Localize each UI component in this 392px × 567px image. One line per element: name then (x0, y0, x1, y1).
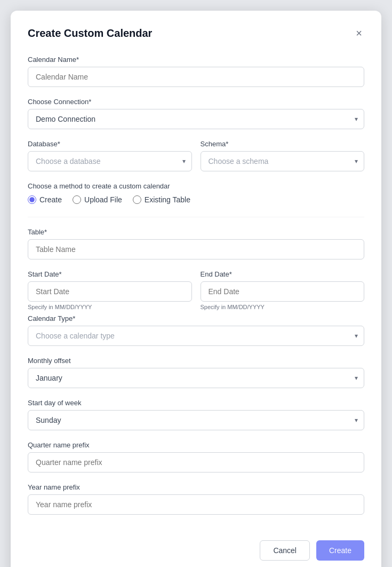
monthly-offset-label: Monthly offset (28, 357, 364, 365)
radio-group: Create Upload File Existing Table (28, 195, 364, 204)
start-day-label: Start day of week (28, 399, 364, 407)
year-prefix-input[interactable] (28, 494, 364, 515)
monthly-offset-select[interactable]: January (28, 368, 364, 388)
end-date-hint: Specify in MM/DD/YYYY (201, 304, 365, 310)
schema-select-wrapper: Choose a schema ▾ (201, 151, 365, 171)
database-select[interactable]: Choose a database (28, 151, 192, 171)
connection-label: Choose Connection* (28, 98, 364, 106)
year-prefix-label: Year name prefix (28, 483, 364, 491)
method-section: Choose a method to create a custom calen… (28, 182, 364, 204)
radio-existing-label: Existing Table (145, 195, 190, 204)
quarter-prefix-label: Quarter name prefix (28, 441, 364, 449)
close-button[interactable]: × (354, 26, 364, 41)
footer-buttons: Cancel Create (28, 532, 364, 561)
modal-overlay: Create Custom Calendar × Calendar Name* … (0, 0, 392, 567)
end-date-input[interactable] (201, 281, 365, 302)
start-day-select[interactable]: Sunday (28, 410, 364, 430)
modal-container: Create Custom Calendar × Calendar Name* … (11, 11, 381, 567)
database-section: Database* Choose a database ▾ (28, 140, 192, 171)
start-date-col: Start Date* Specify in MM/DD/YYYY (28, 270, 192, 310)
divider (28, 217, 364, 217)
radio-option-create[interactable]: Create (28, 195, 62, 204)
end-date-label: End Date* (201, 270, 365, 278)
date-row: Start Date* Specify in MM/DD/YYYY End Da… (28, 270, 364, 310)
table-section: Table* (28, 228, 364, 259)
schema-label: Schema* (201, 140, 365, 148)
start-date-label: Start Date* (28, 270, 192, 278)
connection-select[interactable]: Demo Connection (28, 109, 364, 129)
start-day-select-wrapper: Sunday ▾ (28, 410, 364, 430)
calendar-name-input[interactable] (28, 67, 364, 87)
calendar-type-section: Calendar Type* Choose a calendar type ▾ (28, 314, 364, 346)
database-label: Database* (28, 140, 192, 148)
calendar-name-section: Calendar Name* (28, 56, 364, 87)
connection-select-wrapper: Demo Connection ▾ (28, 109, 364, 129)
start-day-section: Start day of week Sunday ▾ (28, 399, 364, 430)
start-date-hint: Specify in MM/DD/YYYY (28, 304, 192, 310)
monthly-offset-section: Monthly offset January ▾ (28, 357, 364, 388)
database-schema-row: Database* Choose a database ▾ Schema* Ch… (28, 140, 364, 171)
calendar-name-label: Calendar Name* (28, 56, 364, 64)
date-section: Start Date* Specify in MM/DD/YYYY End Da… (28, 270, 364, 310)
radio-existing[interactable] (133, 195, 141, 204)
method-label: Choose a method to create a custom calen… (28, 182, 364, 190)
modal-title: Create Custom Calendar (28, 27, 152, 40)
schema-section: Schema* Choose a schema ▾ (201, 140, 365, 171)
monthly-offset-select-wrapper: January ▾ (28, 368, 364, 388)
calendar-type-label: Calendar Type* (28, 314, 364, 322)
quarter-prefix-section: Quarter name prefix (28, 441, 364, 472)
quarter-prefix-input[interactable] (28, 452, 364, 472)
radio-create[interactable] (28, 195, 36, 204)
create-button[interactable]: Create (316, 540, 364, 561)
end-date-col: End Date* Specify in MM/DD/YYYY (201, 270, 365, 310)
radio-option-existing[interactable]: Existing Table (133, 195, 190, 204)
cancel-button[interactable]: Cancel (260, 540, 310, 561)
year-prefix-section: Year name prefix (28, 483, 364, 515)
radio-option-upload[interactable]: Upload File (73, 195, 122, 204)
modal-header: Create Custom Calendar × (28, 26, 364, 41)
radio-upload-label: Upload File (84, 195, 122, 204)
database-select-wrapper: Choose a database ▾ (28, 151, 192, 171)
calendar-type-select-wrapper: Choose a calendar type ▾ (28, 326, 364, 346)
start-date-input[interactable] (28, 281, 192, 302)
schema-select[interactable]: Choose a schema (201, 151, 365, 171)
calendar-type-select[interactable]: Choose a calendar type (28, 326, 364, 346)
connection-section: Choose Connection* Demo Connection ▾ (28, 98, 364, 129)
radio-upload[interactable] (73, 195, 81, 204)
table-label: Table* (28, 228, 364, 236)
radio-create-label: Create (39, 195, 62, 204)
table-input[interactable] (28, 239, 364, 259)
